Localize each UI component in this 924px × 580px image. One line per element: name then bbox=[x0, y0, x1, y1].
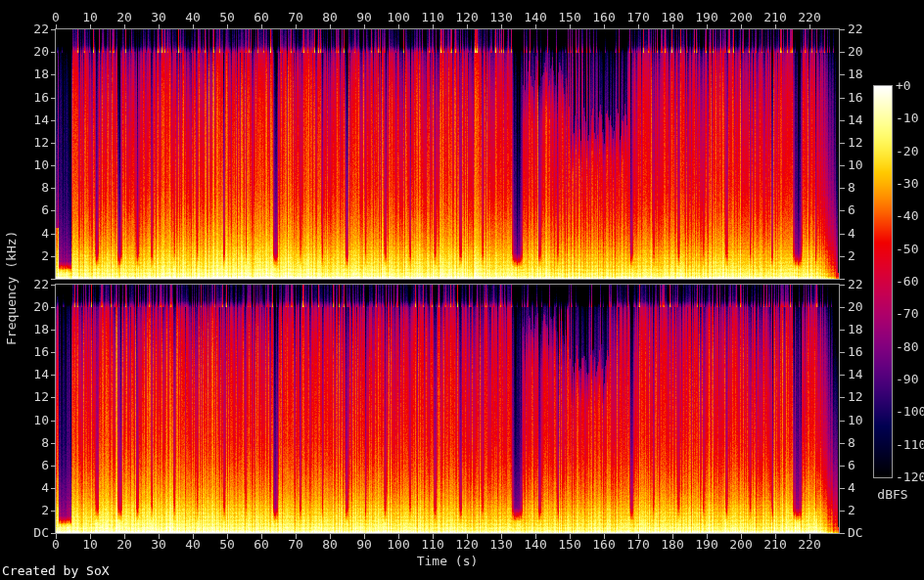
x-axis-tick-label: 220 bbox=[790, 538, 829, 552]
colorbar-tick-label: -30 bbox=[896, 177, 924, 191]
y-axis-tick-label: 10 bbox=[848, 158, 891, 172]
y-axis-tick-label: 20 bbox=[848, 300, 891, 314]
y-axis-tick bbox=[840, 234, 845, 235]
y-axis-tick bbox=[51, 375, 56, 376]
x-axis-tick-label: 40 bbox=[173, 538, 212, 552]
y-axis-tick-label: 16 bbox=[6, 91, 49, 105]
y-axis-tick-label: 8 bbox=[6, 181, 49, 195]
x-axis-tick-label: 90 bbox=[345, 538, 384, 552]
colorbar-tick-label: +0 bbox=[896, 79, 924, 93]
x-axis-tick-label: 0 bbox=[36, 538, 75, 552]
x-axis-tick-label: 150 bbox=[550, 538, 589, 552]
x-axis-tick-label: 80 bbox=[310, 11, 349, 24]
y-axis-tick bbox=[51, 120, 56, 121]
x-axis-tick-label: 50 bbox=[208, 11, 247, 24]
x-axis-tick bbox=[227, 24, 228, 29]
y-axis-tick-label: 14 bbox=[848, 368, 891, 381]
y-axis-tick bbox=[51, 143, 56, 144]
y-axis-tick-label: 4 bbox=[848, 227, 891, 241]
colorbar-tick-label: -50 bbox=[896, 243, 924, 256]
y-axis-tick bbox=[840, 279, 845, 280]
y-axis-tick-label: DC bbox=[6, 526, 49, 540]
y-axis-tick bbox=[840, 397, 845, 398]
y-axis-tick bbox=[51, 511, 56, 512]
x-axis-tick-label: 140 bbox=[516, 11, 555, 24]
x-axis-title: Time (s) bbox=[389, 555, 506, 568]
x-axis-tick-label: 70 bbox=[276, 11, 315, 24]
y-axis-tick bbox=[840, 511, 845, 512]
y-axis-tick-label: 12 bbox=[848, 136, 891, 150]
y-axis-tick bbox=[840, 120, 845, 121]
x-axis-tick-label: 90 bbox=[345, 11, 384, 24]
x-axis-tick-label: 100 bbox=[379, 538, 418, 552]
y-axis-tick-label: 22 bbox=[848, 22, 891, 36]
x-axis-tick bbox=[672, 24, 673, 29]
y-axis-tick bbox=[51, 52, 56, 53]
y-axis-tick bbox=[840, 421, 845, 422]
y-axis-tick-label: 12 bbox=[848, 390, 891, 404]
x-axis-tick-label: 70 bbox=[276, 538, 315, 552]
x-axis-tick-label: 200 bbox=[721, 538, 761, 552]
y-axis-tick-label: 14 bbox=[6, 113, 49, 127]
y-axis-tick bbox=[840, 466, 845, 467]
x-axis-tick-label: 170 bbox=[619, 538, 658, 552]
y-axis-tick-label: 22 bbox=[6, 22, 49, 36]
y-axis-tick bbox=[51, 234, 56, 235]
y-axis-tick-label: 10 bbox=[6, 414, 49, 427]
y-axis-tick bbox=[840, 256, 845, 257]
y-axis-tick-label: 2 bbox=[6, 504, 49, 517]
x-axis-tick bbox=[261, 24, 262, 29]
x-axis-tick bbox=[193, 24, 194, 29]
y-axis-tick-label: 10 bbox=[6, 158, 49, 172]
x-axis-tick bbox=[159, 24, 160, 29]
y-axis-tick-label: 12 bbox=[6, 136, 49, 150]
colorbar-tick-label: -110 bbox=[896, 438, 924, 452]
y-axis-tick-label: 22 bbox=[848, 278, 891, 291]
x-axis-tick-label: 130 bbox=[482, 11, 521, 24]
y-axis-title: Frequency (kHz) bbox=[4, 224, 19, 351]
spectrogram-figure: 0010102020303040405050606070708080909010… bbox=[0, 0, 924, 580]
x-axis-tick bbox=[809, 24, 810, 29]
x-axis-tick-label: 120 bbox=[447, 11, 486, 24]
x-axis-tick-label: 20 bbox=[105, 11, 144, 24]
y-axis-tick bbox=[840, 188, 845, 189]
y-axis-tick-label: 2 bbox=[848, 249, 891, 263]
y-axis-tick bbox=[840, 443, 845, 444]
x-axis-tick-label: 100 bbox=[379, 11, 418, 24]
colorbar-tick-label: -80 bbox=[896, 340, 924, 354]
x-axis-tick-label: 40 bbox=[173, 11, 212, 24]
x-axis-tick bbox=[433, 24, 434, 29]
x-axis-tick bbox=[775, 24, 776, 29]
colorbar-unit-label: dBFS bbox=[867, 488, 918, 502]
y-axis-tick bbox=[840, 143, 845, 144]
y-axis-tick bbox=[51, 165, 56, 166]
y-axis-tick bbox=[51, 352, 56, 353]
y-axis-tick bbox=[51, 397, 56, 398]
sox-credit: Created by SoX bbox=[2, 564, 110, 578]
x-axis-tick-label: 10 bbox=[70, 11, 110, 24]
y-axis-tick-label: 18 bbox=[6, 67, 49, 81]
y-axis-tick bbox=[51, 210, 56, 211]
x-axis-tick-label: 160 bbox=[584, 11, 624, 24]
y-axis-tick bbox=[51, 188, 56, 189]
y-axis-tick-label: 8 bbox=[6, 436, 49, 450]
x-axis-tick-label: 150 bbox=[550, 11, 589, 24]
x-axis-tick-label: 210 bbox=[756, 11, 795, 24]
x-axis-tick-label: 220 bbox=[790, 11, 829, 24]
y-axis-tick-label: 10 bbox=[848, 414, 891, 427]
x-axis-tick-label: 160 bbox=[584, 538, 624, 552]
x-axis-tick bbox=[501, 24, 502, 29]
y-axis-tick bbox=[840, 98, 845, 99]
x-axis-tick-label: 180 bbox=[653, 538, 692, 552]
x-axis-tick bbox=[398, 24, 399, 29]
y-axis-tick-label: 16 bbox=[848, 91, 891, 105]
y-axis-tick bbox=[840, 352, 845, 353]
y-axis-tick bbox=[840, 488, 845, 489]
colorbar-tick-label: -60 bbox=[896, 275, 924, 289]
colorbar-tick-label: -100 bbox=[896, 405, 924, 419]
y-axis-tick bbox=[840, 375, 845, 376]
colorbar-tick-label: -40 bbox=[896, 209, 924, 223]
y-axis-tick bbox=[840, 285, 845, 286]
x-axis-tick bbox=[570, 24, 571, 29]
axes-layer: 0010102020303040405050606070708080909010… bbox=[0, 0, 924, 580]
